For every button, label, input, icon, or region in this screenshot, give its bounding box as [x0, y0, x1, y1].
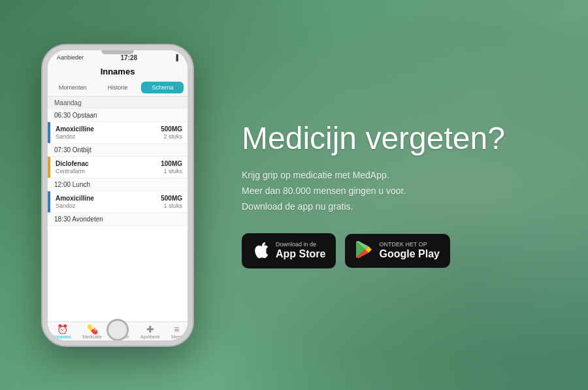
nav-label: Apotheek — [140, 334, 160, 339]
nav-meer[interactable]: ≡ Meer — [171, 325, 182, 339]
tab-bar: Momenten Historie Schema — [48, 79, 188, 97]
time-slot-3: 12:00 Lunch — [48, 178, 188, 191]
google-play-icon — [355, 240, 372, 261]
tab-historie[interactable]: Historie — [97, 82, 139, 93]
nav-apotheek[interactable]: ✚ Apotheek — [140, 325, 160, 339]
nav-label: Medicatie — [82, 334, 102, 339]
tab-momenten[interactable]: Momenten — [52, 82, 94, 93]
time-slot-4: 18:30 Avondeten — [48, 213, 188, 226]
med-name: Amoxicilline — [56, 195, 94, 202]
med-brand: Centrafarm — [56, 168, 85, 174]
med-brand: Sandoz — [56, 203, 76, 209]
carrier-label: Aanbieder — [57, 54, 84, 61]
phone-home-button[interactable] — [106, 319, 129, 341]
screen-content: Maandag 06:30 Opstaan Amoxicilline 500MG… — [48, 97, 188, 321]
med-sub-row: Centrafarm 1 stuks — [56, 168, 182, 174]
med-dose: 100MG — [161, 160, 182, 167]
med-brand: Sandoz — [56, 133, 76, 140]
med-name: Diclofenac — [56, 160, 89, 167]
innames-icon: ⏰ — [57, 325, 68, 334]
med-dose: 500MG — [161, 195, 182, 202]
nav-label: Meer — [171, 334, 182, 339]
med-item-amoxicilline-2: Amoxicilline 500MG Sandoz 1 stuks — [48, 191, 188, 213]
hero-description-line3: Download de app nu gratis. — [242, 199, 562, 215]
med-name-row: Diclofenac 100MG — [56, 160, 182, 167]
hero-description-line2: Meer dan 80.000 mensen gingen u voor. — [242, 184, 562, 199]
med-name-row: Amoxicilline 500MG — [56, 195, 182, 202]
med-info: Diclofenac 100MG Centrafarm 1 stuks — [50, 157, 188, 178]
phone-container: Aanbieder 17:28 ▐ Innames Momenten Histo… — [20, 45, 216, 346]
battery-icon: ▐ — [174, 54, 178, 61]
time-slot-1: 06:30 Opstaan — [48, 109, 188, 122]
med-dose: 500MG — [161, 125, 182, 133]
med-sub-row: Sandoz 1 stuks — [56, 203, 182, 209]
med-item-amoxicilline-1: Amoxicilline 500MG Sandoz 2 stuks — [48, 122, 188, 144]
medicatie-icon: 💊 — [87, 325, 98, 334]
app-store-text: Download in de App Store — [276, 241, 325, 261]
app-store-small-text: Download in de — [276, 241, 325, 248]
phone-screen: Innames Momenten Historie Schema Maandag… — [48, 63, 188, 340]
store-buttons: Download in de App Store ONTDEK HET OP — [242, 233, 562, 268]
time-slot-2: 07:30 Ontbijt — [48, 144, 188, 157]
nav-label: Innames — [54, 334, 71, 339]
main-layout: Aanbieder 17:28 ▐ Innames Momenten Histo… — [0, 0, 588, 390]
time-label: 17:28 — [121, 54, 138, 61]
hero-description-line1: Krijg grip op medicatie met MedApp. — [242, 168, 562, 184]
apple-icon — [252, 240, 269, 262]
screen-title: Innames — [48, 63, 188, 79]
med-name: Amoxicilline — [56, 125, 94, 133]
nav-innames[interactable]: ⏰ Innames — [54, 325, 71, 339]
app-store-button[interactable]: Download in de App Store — [242, 233, 336, 268]
med-info: Amoxicilline 500MG Sandoz 1 stuks — [50, 191, 188, 212]
day-header: Maandag — [48, 97, 188, 109]
phone-mockup: Aanbieder 17:28 ▐ Innames Momenten Histo… — [42, 45, 193, 346]
meer-icon: ≡ — [174, 325, 179, 334]
med-count: 1 stuks — [163, 203, 182, 209]
med-count: 2 stuks — [163, 133, 182, 140]
status-icons: ▐ — [174, 54, 178, 61]
google-play-button[interactable]: ONTDEK HET OP Google Play — [345, 234, 449, 268]
med-name-row: Amoxicilline 500MG — [56, 125, 182, 133]
hero-headline: Medicijn vergeten? — [242, 122, 562, 156]
app-store-big-text: App Store — [276, 248, 325, 260]
google-play-text: ONTDEK HET OP Google Play — [379, 241, 439, 261]
google-play-small-text: ONTDEK HET OP — [379, 241, 439, 248]
hero-content: Medicijn vergeten? Krijg grip op medicat… — [216, 122, 562, 268]
med-count: 1 stuks — [163, 168, 182, 174]
tab-schema[interactable]: Schema — [141, 82, 184, 93]
hero-description: Krijg grip op medicatie met MedApp. Meer… — [242, 168, 562, 214]
apotheek-icon: ✚ — [146, 325, 154, 334]
google-play-big-text: Google Play — [379, 248, 439, 260]
nav-medicatie[interactable]: 💊 Medicatie — [82, 325, 102, 339]
med-sub-row: Sandoz 2 stuks — [56, 133, 182, 140]
med-item-diclofenac: Diclofenac 100MG Centrafarm 1 stuks — [48, 157, 188, 178]
med-info: Amoxicilline 500MG Sandoz 2 stuks — [50, 122, 188, 143]
